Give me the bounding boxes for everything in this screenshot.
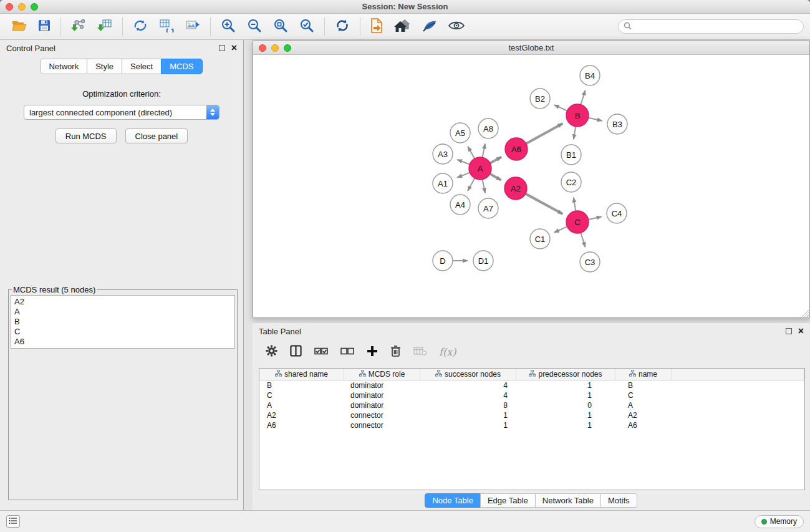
graph-edge[interactable]	[490, 157, 501, 163]
graph-node[interactable]: A	[469, 157, 491, 180]
close-panel-icon[interactable]: ×	[231, 45, 237, 51]
graph-edge[interactable]	[574, 198, 576, 211]
graph-node[interactable]: C3	[580, 252, 600, 272]
export-image-button[interactable]	[180, 16, 206, 37]
tab-edge-table[interactable]: Edge Table	[480, 493, 536, 508]
zoom-network-window-button[interactable]	[284, 44, 291, 52]
graph-node[interactable]: B1	[561, 145, 581, 165]
close-panel-button[interactable]: Close panel	[125, 128, 188, 143]
graph-node[interactable]: A5	[450, 123, 470, 143]
graph-node[interactable]: C4	[607, 203, 627, 223]
import-network-button[interactable]	[65, 16, 92, 37]
graph-edge[interactable]	[457, 160, 470, 165]
column-header[interactable]: predecessor nodes	[516, 369, 615, 380]
graph-edge[interactable]	[554, 105, 567, 110]
zoom-out-button[interactable]	[241, 16, 268, 37]
show-columns-button[interactable]	[286, 343, 306, 360]
search-box[interactable]	[618, 19, 804, 34]
share-network-button[interactable]	[127, 16, 153, 37]
refresh-button[interactable]	[329, 16, 355, 37]
open-session-button[interactable]	[6, 17, 32, 36]
graph-edge[interactable]	[581, 90, 585, 105]
column-header[interactable]: name	[615, 369, 672, 380]
graph-edge[interactable]	[581, 233, 585, 247]
export-table-button[interactable]	[153, 16, 180, 37]
zoom-selected-button[interactable]	[294, 16, 320, 37]
zoom-in-button[interactable]	[215, 16, 241, 37]
column-header[interactable]: successor nodes	[420, 369, 516, 380]
graph-edge[interactable]	[526, 123, 563, 143]
graph-node[interactable]: A1	[433, 173, 453, 193]
minimize-window-button[interactable]	[18, 3, 26, 11]
close-window-button[interactable]	[6, 3, 13, 11]
run-mcds-button[interactable]: Run MCDS	[55, 128, 117, 143]
function-builder-button[interactable]: f(x)	[435, 346, 460, 358]
table-row[interactable]: Cdominator41C	[259, 390, 804, 400]
graph-node[interactable]: D1	[473, 251, 493, 271]
graph-node[interactable]: B2	[530, 89, 550, 109]
memory-button[interactable]: Memory	[755, 515, 804, 528]
graph-edge[interactable]	[589, 216, 602, 220]
list-item[interactable]: A6	[14, 337, 231, 347]
search-input[interactable]	[635, 22, 798, 31]
tab-style[interactable]: Style	[87, 59, 122, 74]
graph-node[interactable]: C1	[530, 229, 550, 249]
zoom-fit-button[interactable]	[268, 16, 294, 37]
graph-node[interactable]: D	[433, 251, 453, 271]
graph-node[interactable]: B	[566, 104, 589, 127]
graph-node[interactable]: C	[566, 211, 589, 233]
mcds-result-list[interactable]: A2 A B C A6	[11, 295, 235, 349]
close-network-window-button[interactable]	[259, 44, 266, 52]
graph-node[interactable]: A4	[450, 195, 470, 215]
delete-column-button[interactable]	[386, 343, 405, 360]
graph-node[interactable]: A3	[433, 144, 453, 164]
graph-node[interactable]: A7	[478, 198, 498, 218]
graph-edge[interactable]	[468, 147, 475, 159]
save-session-button[interactable]	[32, 17, 56, 36]
graph-edge[interactable]	[490, 174, 501, 180]
first-steps-button[interactable]	[365, 16, 388, 37]
show-details-button[interactable]	[443, 17, 470, 36]
list-item[interactable]: A	[14, 307, 231, 317]
column-header[interactable]: shared name	[259, 369, 344, 380]
graph-node[interactable]: A2	[504, 177, 527, 200]
import-table-button[interactable]	[92, 16, 118, 37]
list-item[interactable]: A2	[14, 297, 231, 307]
style-brush-button[interactable]	[417, 16, 443, 37]
close-table-panel-icon[interactable]: ×	[798, 328, 804, 334]
float-panel-button[interactable]	[219, 45, 225, 51]
table-row[interactable]: A6connector11A6	[259, 420, 804, 430]
graph-node[interactable]: A6	[505, 138, 528, 160]
minimize-network-window-button[interactable]	[271, 44, 279, 52]
resize-grip[interactable]	[801, 309, 809, 317]
deselect-all-button[interactable]	[336, 345, 359, 359]
criterion-dropdown[interactable]: largest connected component (directed)	[24, 105, 219, 120]
graph-edge[interactable]	[483, 180, 485, 193]
float-table-panel-button[interactable]	[786, 328, 792, 334]
list-item[interactable]: C	[14, 327, 231, 337]
graph-node[interactable]: B3	[607, 114, 627, 134]
tab-network[interactable]: Network	[40, 59, 87, 74]
network-window-titlebar[interactable]: testGlobe.txt	[253, 41, 809, 55]
tab-motifs[interactable]: Motifs	[600, 493, 637, 508]
home-button[interactable]	[388, 16, 417, 37]
delete-table-button[interactable]	[409, 344, 432, 360]
graph-edge[interactable]	[468, 178, 475, 191]
tab-node-table[interactable]: Node Table	[425, 493, 481, 508]
graph-edge[interactable]	[554, 226, 567, 232]
task-history-button[interactable]	[6, 515, 20, 528]
zoom-window-button[interactable]	[31, 3, 38, 11]
table-row[interactable]: A2connector11A2	[259, 410, 804, 420]
tab-network-table[interactable]: Network Table	[535, 493, 601, 508]
graph-edge[interactable]	[483, 143, 485, 157]
table-row[interactable]: Bdominator41B	[259, 380, 804, 390]
graph-node[interactable]: B4	[580, 65, 600, 85]
graph-node[interactable]: A8	[478, 118, 498, 138]
table-row[interactable]: Adominator80A	[259, 400, 804, 410]
select-all-button[interactable]	[310, 345, 332, 359]
tab-mcds[interactable]: MCDS	[161, 59, 202, 74]
graph-edge[interactable]	[457, 173, 470, 178]
column-header[interactable]: MCDS role	[344, 369, 420, 380]
graph-edge[interactable]	[574, 127, 576, 140]
graph-node[interactable]: C2	[561, 172, 581, 192]
